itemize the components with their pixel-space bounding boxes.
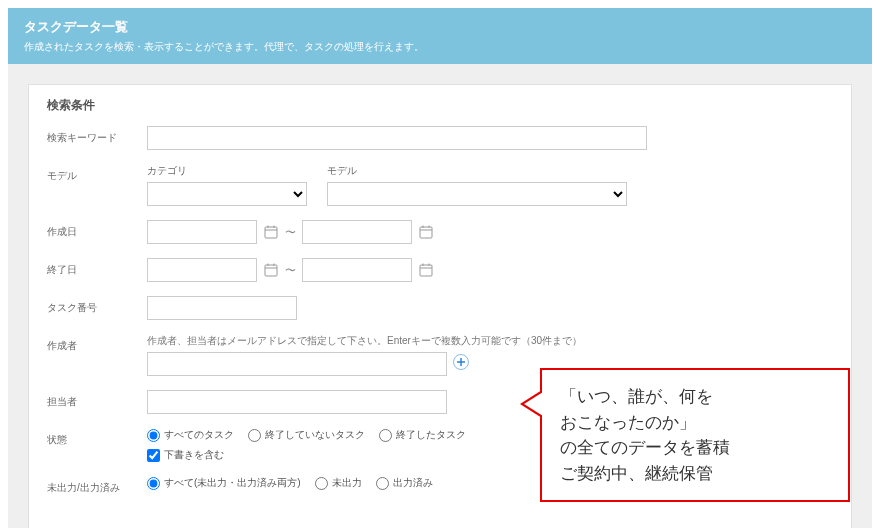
include-draft-input[interactable] — [147, 449, 160, 462]
calendar-icon[interactable] — [418, 262, 434, 278]
calendar-icon[interactable] — [418, 224, 434, 240]
category-select[interactable] — [147, 182, 307, 206]
page-title: タスクデータ一覧 — [24, 18, 856, 36]
output-label: 未出力/出力済み — [47, 476, 147, 495]
output-radio-done[interactable]: 出力済み — [376, 476, 433, 490]
page-subtitle: 作成されたタスクを検索・表示することができます。代理で、タスクの処理を行えます。 — [24, 40, 856, 54]
creator-helper: 作成者、担当者はメールアドレスで指定して下さい。Enterキーで複数入力可能です… — [147, 334, 833, 348]
output-radio-done-input[interactable] — [376, 477, 389, 490]
status-radio-open[interactable]: 終了していないタスク — [248, 428, 365, 442]
svg-rect-0 — [265, 227, 277, 238]
svg-rect-4 — [420, 227, 432, 238]
model-sublabel: モデル — [327, 164, 357, 178]
panel-title: 検索条件 — [47, 97, 833, 114]
svg-rect-12 — [420, 265, 432, 276]
output-radio-all[interactable]: すべて(未出力・出力済み両方) — [147, 476, 301, 490]
output-radio-not[interactable]: 未出力 — [315, 476, 362, 490]
created-to-input[interactable] — [302, 220, 412, 244]
assignee-input[interactable] — [147, 390, 447, 414]
output-radio-all-input[interactable] — [147, 477, 160, 490]
creator-label: 作成者 — [47, 334, 147, 353]
annotation-line: おこなったのか」 — [560, 410, 830, 436]
keyword-input[interactable] — [147, 126, 647, 150]
status-radio-closed-input[interactable] — [379, 429, 392, 442]
annotation-callout: 「いつ、誰が、何を おこなったのか」 の全てのデータを蓄積 ご契約中、継続保管 — [540, 368, 850, 502]
finished-from-input[interactable] — [147, 258, 257, 282]
svg-rect-8 — [265, 265, 277, 276]
status-radio-all[interactable]: すべてのタスク — [147, 428, 234, 442]
task-number-label: タスク番号 — [47, 296, 147, 315]
calendar-icon[interactable] — [263, 224, 279, 240]
finished-date-label: 終了日 — [47, 258, 147, 277]
status-radio-closed[interactable]: 終了したタスク — [379, 428, 466, 442]
status-label: 状態 — [47, 428, 147, 447]
model-label: モデル — [47, 164, 147, 183]
assignee-label: 担当者 — [47, 390, 147, 409]
page-header: タスクデータ一覧 作成されたタスクを検索・表示することができます。代理で、タスク… — [8, 8, 872, 64]
status-radio-open-input[interactable] — [248, 429, 261, 442]
category-sublabel: カテゴリ — [147, 164, 327, 178]
keyword-label: 検索キーワード — [47, 126, 147, 145]
creator-input[interactable] — [147, 352, 447, 376]
task-number-input[interactable] — [147, 296, 297, 320]
model-select[interactable] — [327, 182, 627, 206]
annotation-line: ご契約中、継続保管 — [560, 461, 830, 487]
annotation-line: の全てのデータを蓄積 — [560, 435, 830, 461]
finished-to-input[interactable] — [302, 258, 412, 282]
status-radio-all-input[interactable] — [147, 429, 160, 442]
calendar-icon[interactable] — [263, 262, 279, 278]
created-from-input[interactable] — [147, 220, 257, 244]
date-separator: 〜 — [285, 225, 296, 240]
date-separator: 〜 — [285, 263, 296, 278]
created-date-label: 作成日 — [47, 220, 147, 239]
output-radio-not-input[interactable] — [315, 477, 328, 490]
plus-icon[interactable] — [453, 354, 469, 370]
annotation-line: 「いつ、誰が、何を — [560, 384, 830, 410]
